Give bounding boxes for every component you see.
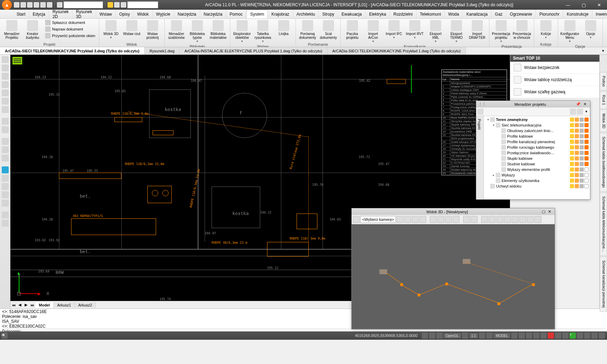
ribbon-button[interactable]: Kreator budynku <box>23 19 42 40</box>
visibility-icon[interactable] <box>570 179 574 183</box>
ribbon-button[interactable]: Import IFC▼ <box>384 19 404 40</box>
close-button[interactable]: ✕ <box>591 0 607 10</box>
ribbon-button[interactable]: Menadżer Projektu <box>2 19 22 40</box>
color-swatch[interactable] <box>584 179 589 183</box>
tree-item[interactable]: Elementy użytkownika <box>485 178 589 183</box>
right-side-tab[interactable]: Widok 3D <box>600 110 607 132</box>
polyline-icon[interactable] <box>2 64 9 71</box>
visibility-icon[interactable] <box>570 118 574 122</box>
visibility-icon[interactable] <box>570 173 574 177</box>
ribbon-button[interactable]: Prezentacja w chmurze <box>512 19 532 40</box>
print-icon[interactable] <box>580 140 584 144</box>
menu-tab[interactable]: Inwentaryz <box>592 10 607 18</box>
menu-tab[interactable]: Edycja <box>29 10 49 18</box>
menu-tab[interactable]: Architektu <box>293 10 319 18</box>
float-grip-icon[interactable]: ⋮⋮ <box>478 102 486 106</box>
ribbon-button[interactable]: Eksport TERMO▼ <box>447 19 466 44</box>
v3d-settings-icon[interactable] <box>527 216 534 223</box>
ribbon-button[interactable]: Kolizje▼ <box>536 19 556 40</box>
v3d-icon[interactable] <box>504 216 511 223</box>
qat-undo-icon[interactable] <box>40 2 46 8</box>
print-icon[interactable] <box>580 134 584 138</box>
document-tab[interactable]: ArCADia-SIECI TELEKOMUNIKACYJNE Przykład… <box>0 47 145 54</box>
ribbon-button[interactable]: Porównaj dokumenty <box>298 19 317 40</box>
menu-tab[interactable]: System <box>246 10 268 18</box>
menu-tab[interactable]: Ewakuacja <box>338 10 366 18</box>
right-side-tab[interactable]: Schemat kabla telekomunikacyjne… <box>600 192 607 256</box>
visibility-icon[interactable] <box>570 167 574 172</box>
arc-icon[interactable] <box>2 73 9 80</box>
color-swatch[interactable] <box>584 134 589 138</box>
model-chip[interactable]: MODEL <box>494 333 510 338</box>
ribbon-button[interactable]: Import ArCon▼ <box>364 19 383 44</box>
menu-tab[interactable]: Rysunek 3D <box>72 10 96 18</box>
pan-icon[interactable] <box>2 175 9 182</box>
plus-icon[interactable] <box>2 220 9 227</box>
sheet-tab[interactable]: Arkusz2 <box>75 302 96 308</box>
ribbon-button[interactable]: Wstaw przekrój <box>143 19 162 40</box>
visibility-icon[interactable] <box>570 129 574 133</box>
mtext-icon[interactable] <box>2 146 9 153</box>
status-plus-icon[interactable]: + <box>570 332 576 339</box>
menu-tab[interactable]: Rozdzielni <box>390 10 416 18</box>
menu-tab[interactable]: Narzędzia <box>200 10 226 18</box>
print-icon[interactable] <box>580 118 584 122</box>
tree-item[interactable]: ▸Wykazy <box>485 172 589 178</box>
visibility-icon[interactable] <box>570 151 574 155</box>
freeze-icon[interactable] <box>575 151 579 155</box>
pm-options-icon[interactable] <box>577 109 583 115</box>
right-side-tab[interactable]: Rzut 1 <box>600 91 607 109</box>
right-side-tab[interactable]: Schemat kabla światłowodowego <box>600 133 607 191</box>
print-icon[interactable] <box>580 173 584 177</box>
v3d-snapshot-icon[interactable] <box>463 216 470 223</box>
status-icon[interactable] <box>486 332 493 339</box>
menu-tab[interactable]: Elektryka <box>366 10 390 18</box>
tree-item[interactable]: Profile kanalizacji pierwotnej <box>485 139 589 145</box>
freeze-icon[interactable] <box>575 167 579 172</box>
visibility-icon[interactable] <box>570 134 574 138</box>
qat-open-icon[interactable] <box>20 2 26 8</box>
canvas-menu-icon[interactable] <box>12 57 22 64</box>
color-swatch[interactable] <box>584 162 589 166</box>
color-swatch[interactable] <box>584 123 589 127</box>
sheet-prev-icon[interactable]: ◀ <box>17 303 23 307</box>
menu-tab[interactable]: Piorunochr <box>536 10 563 18</box>
ribbon-button[interactable]: Konfigurator Menu▼ <box>560 19 580 44</box>
doctabs-menu-icon[interactable]: ▾ <box>599 47 607 54</box>
ribbon-button[interactable]: Linijka <box>274 19 293 36</box>
tree-item[interactable]: Obudowy zakończeń linio… <box>485 128 589 133</box>
ribbon-button[interactable]: Eksplorator obiektów▼ <box>232 19 252 44</box>
camera-combo[interactable]: <Wybierz kamerę> <box>360 216 396 223</box>
tree-item[interactable]: Słupki kablowe <box>485 156 589 161</box>
status-icon[interactable] <box>562 332 568 339</box>
tree-item[interactable]: Wykazy elementów profili <box>485 167 589 172</box>
print-icon[interactable] <box>580 123 584 127</box>
app-menu-icon[interactable] <box>2 0 12 10</box>
status-icon[interactable] <box>599 332 605 339</box>
v3d-record-icon[interactable] <box>471 216 478 223</box>
color-swatch[interactable] <box>584 167 589 172</box>
pm-dropdown-icon[interactable]: ▼ <box>584 110 589 113</box>
tree-item[interactable]: Studnie kablowe <box>485 161 589 167</box>
status-icon[interactable] <box>429 332 435 339</box>
spline-icon[interactable] <box>2 81 9 88</box>
hatch-icon[interactable] <box>2 126 9 133</box>
print-icon[interactable] <box>580 162 584 166</box>
view-3d-header[interactable]: Widok 3D - [Nieaktywny] ▢ ✕ <box>352 208 555 215</box>
menu-tab[interactable]: Gaz <box>491 10 506 18</box>
pm-filter-icon[interactable] <box>570 109 576 115</box>
qat-icon[interactable] <box>57 2 62 8</box>
menu-tab[interactable]: Woda <box>445 10 463 18</box>
qat-print-icon[interactable] <box>34 2 39 8</box>
point-icon[interactable] <box>2 118 9 125</box>
menu-tab[interactable]: Narzędzia <box>174 10 200 18</box>
v3d-nav-icon[interactable] <box>437 216 444 223</box>
qat-redo-icon[interactable] <box>47 2 52 8</box>
freeze-icon[interactable] <box>575 162 579 166</box>
color-swatch[interactable] <box>584 173 589 177</box>
status-icon[interactable] <box>584 332 590 339</box>
ribbon-button[interactable]: Wstaw rzut <box>122 19 142 36</box>
status-icon[interactable] <box>555 332 561 339</box>
ribbon-button[interactable]: Biblioteka typów▼ <box>188 19 207 44</box>
pm-side-tab[interactable]: Projekt <box>476 116 482 132</box>
